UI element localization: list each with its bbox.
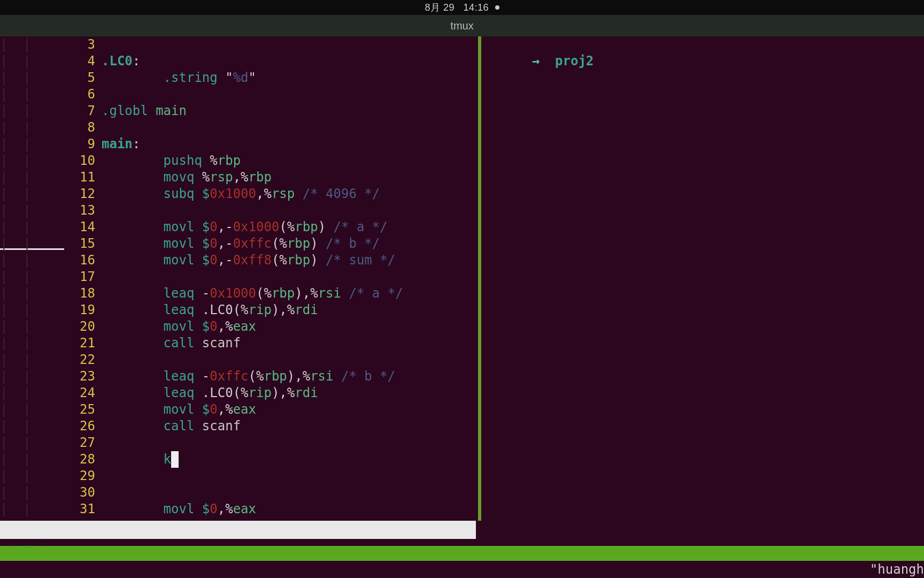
line-number: 10: [0, 153, 95, 169]
line-number: 3: [0, 36, 95, 53]
code-line[interactable]: movl $0,%eax: [102, 401, 256, 418]
line-number: 8: [0, 119, 95, 136]
code-line[interactable]: movl $0,%eax: [102, 318, 256, 335]
code-line[interactable]: leaq -0x1000(%rbp),%rsi /* a */: [102, 285, 403, 302]
code-line[interactable]: movl $0,-0xffc(%rbp) /* b */: [102, 235, 380, 252]
line-number: 7: [0, 103, 95, 119]
terminal-area: | |3| |4.LC0:| |5 .string "%d"| |6| |7.g…: [0, 36, 924, 578]
code-line[interactable]: main:: [102, 136, 140, 153]
arrow-icon: →: [532, 54, 540, 69]
code-line[interactable]: leaq .LC0(%rip),%rdi: [102, 385, 318, 401]
line-number: 12: [0, 186, 95, 202]
line-number: 27: [0, 435, 95, 451]
window-title: tmux: [450, 20, 473, 32]
code-line[interactable]: pushq %rbp: [102, 153, 241, 169]
line-number: 29: [0, 468, 95, 484]
vim-status-bar: /proj2 a149.s [+] 28,3-10 50%: [0, 521, 476, 539]
line-number: 16: [0, 252, 95, 269]
line-number: 31: [0, 501, 95, 518]
window-title-bar: tmux: [0, 15, 924, 36]
code-line[interactable]: movl $0,%eax: [102, 501, 256, 518]
line-number: 23: [0, 368, 95, 385]
line-number: 22: [0, 352, 95, 368]
system-date: 8月 29: [425, 2, 455, 13]
bottom-text: "huangh: [0, 561, 924, 578]
line-number: 18: [0, 285, 95, 302]
system-time: 14:16: [464, 2, 489, 13]
code-line[interactable]: .LC0:: [102, 53, 140, 70]
line-number: 19: [0, 302, 95, 318]
line-number: 21: [0, 335, 95, 352]
code-line[interactable]: leaq -0xffc(%rbp),%rsi /* b */: [102, 368, 395, 385]
code-line[interactable]: subq $0x1000,%rsp /* 4096 */: [102, 186, 380, 202]
line-number: 15: [0, 235, 95, 252]
system-top-bar: 8月 29 14:16: [0, 0, 924, 15]
tmux-status-bar[interactable]: [0, 546, 924, 561]
code-line[interactable]: movq %rsp,%rbp: [102, 169, 272, 186]
code-line[interactable]: movl $0,-0xff8(%rbp) /* sum */: [102, 252, 395, 269]
line-number: 30: [0, 484, 95, 501]
line-number: 26: [0, 418, 95, 435]
line-number: 5: [0, 70, 95, 86]
line-number: 17: [0, 269, 95, 285]
shell-cwd: proj2: [555, 54, 594, 69]
line-number: 25: [0, 401, 95, 418]
line-number: 6: [0, 86, 95, 103]
code-line[interactable]: .globl main: [102, 103, 187, 119]
line-number: 24: [0, 385, 95, 401]
shell-prompt: → proj2: [486, 36, 594, 86]
line-number: 13: [0, 202, 95, 219]
code-line[interactable]: movl $0,-0x1000(%rbp) /* a */: [102, 219, 388, 235]
code-line[interactable]: k: [102, 451, 179, 468]
shell-pane[interactable]: → proj2: [481, 36, 924, 539]
line-number: 20: [0, 318, 95, 335]
line-number: 11: [0, 169, 95, 186]
line-number: 28: [0, 451, 95, 468]
line-number: 14: [0, 219, 95, 235]
bottom-text-value: "huangh: [870, 562, 924, 577]
line-number: 9: [0, 136, 95, 153]
status-dot-icon: [495, 5, 499, 10]
code-line[interactable]: leaq .LC0(%rip),%rdi: [102, 302, 318, 318]
code-line[interactable]: call scanf: [102, 418, 241, 435]
vim-editor-pane[interactable]: | |3| |4.LC0:| |5 .string "%d"| |6| |7.g…: [0, 36, 476, 521]
code-line[interactable]: .string "%d": [102, 70, 256, 86]
code-line[interactable]: call scanf: [102, 335, 241, 352]
line-number: 4: [0, 53, 95, 70]
